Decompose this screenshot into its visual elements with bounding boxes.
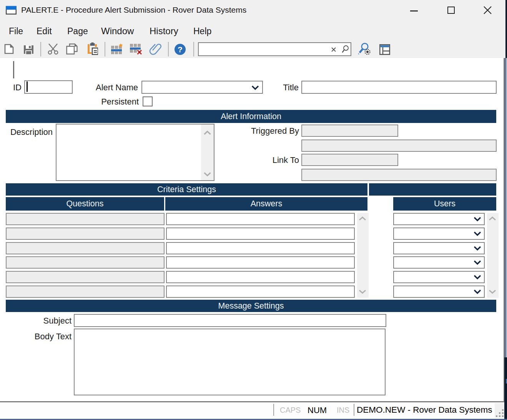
- svg-text:?: ?: [178, 45, 183, 54]
